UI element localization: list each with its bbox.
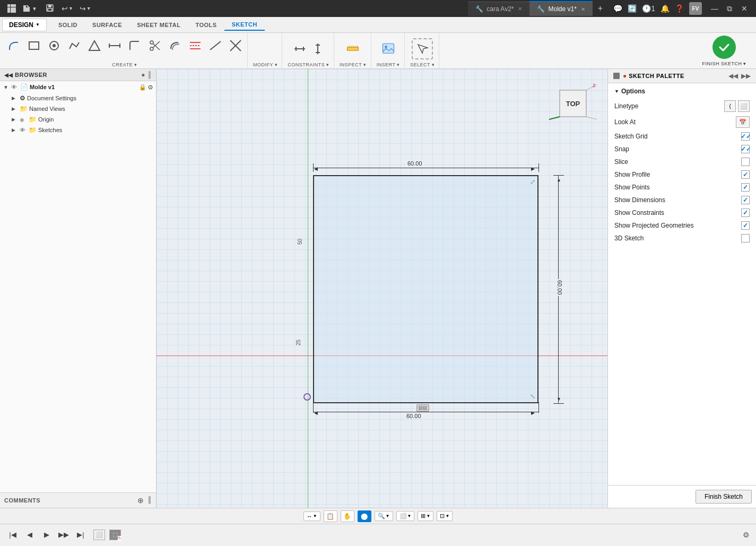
linetype-btn2[interactable]: ⬜ bbox=[738, 100, 750, 112]
help-icon[interactable]: ❓ bbox=[675, 4, 684, 13]
palette-collapse-btn[interactable]: ◀◀ bbox=[728, 72, 738, 80]
create-trim-btn[interactable] bbox=[186, 34, 205, 57]
comments-collapse-btn[interactable]: ║ bbox=[147, 496, 152, 505]
bell-icon[interactable]: 🔔 bbox=[661, 4, 670, 13]
browser-item-sketches[interactable]: ▶ 👁 📁 Sketches bbox=[0, 125, 156, 135]
show-dimensions-checkbox[interactable]: ✓ bbox=[741, 196, 750, 204]
prev-btn[interactable]: ◀ bbox=[23, 528, 36, 541]
eye-icon-molde[interactable]: 👁 bbox=[11, 84, 19, 90]
browser-pin-btn[interactable]: ● bbox=[141, 71, 145, 79]
minimize-btn[interactable]: — bbox=[707, 1, 722, 16]
chat-icon[interactable]: 💬 bbox=[613, 4, 622, 13]
tab-solid[interactable]: SOLID bbox=[51, 20, 85, 30]
slice-checkbox[interactable] bbox=[741, 158, 750, 166]
tab-tools[interactable]: TOOLS bbox=[188, 20, 224, 30]
tab-sketch[interactable]: SKETCH bbox=[224, 19, 265, 31]
refresh-icon[interactable]: 🔄 bbox=[628, 4, 637, 13]
file-btn[interactable]: ▼ bbox=[19, 3, 40, 14]
create-cross-btn[interactable] bbox=[226, 34, 245, 57]
clock-icon[interactable]: 🕐1 bbox=[642, 4, 655, 13]
tab-surface[interactable]: SURFACE bbox=[85, 20, 129, 30]
settings-icon[interactable]: ⚙ bbox=[743, 531, 750, 539]
modify-label[interactable]: MODIFY ▾ bbox=[253, 62, 277, 67]
options-title[interactable]: ▼ Options bbox=[614, 88, 750, 95]
select-btn[interactable] bbox=[412, 38, 433, 59]
linetype-btn1[interactable]: ⟨ bbox=[724, 100, 736, 112]
palette-expand-btn[interactable]: ▶▶ bbox=[741, 72, 751, 80]
constraint-horiz-btn[interactable] bbox=[291, 38, 308, 59]
corner-handle-tr[interactable]: ⤢ bbox=[530, 178, 535, 186]
move-btn[interactable]: ↔▼ bbox=[303, 512, 320, 521]
show-profile-checkbox[interactable]: ✓ bbox=[741, 170, 750, 179]
play-btn[interactable]: ▶ bbox=[40, 528, 53, 541]
display-btn[interactable]: ⬜▼ bbox=[396, 511, 415, 521]
viewport-btn[interactable]: ⊡▼ bbox=[437, 511, 453, 521]
corner-handle-br[interactable]: ⤡ bbox=[530, 393, 535, 400]
save-btn[interactable] bbox=[42, 3, 57, 15]
zoom-btn[interactable]: 🔍▼ bbox=[375, 511, 393, 521]
finish-sketch-btn[interactable]: FINISH SKETCH ▾ bbox=[694, 33, 754, 68]
insert-label[interactable]: INSERT ▾ bbox=[377, 62, 400, 67]
browser-collapse-icon[interactable]: ◀◀ bbox=[4, 72, 13, 78]
lookat-btn[interactable]: 📅 bbox=[736, 116, 750, 128]
browser-expand-btn[interactable]: ║ bbox=[147, 71, 152, 79]
create-circle-btn[interactable] bbox=[45, 34, 64, 57]
new-tab-btn[interactable]: + bbox=[593, 4, 608, 13]
tab-molde[interactable]: 🔧 Molde v1* ✕ bbox=[529, 1, 592, 16]
show-projected-checkbox[interactable]: ✓ bbox=[741, 221, 750, 230]
next-btn[interactable]: ▶▶ bbox=[57, 528, 70, 541]
frame-icon1[interactable]: ⬜ bbox=[93, 530, 105, 540]
create-arc-btn[interactable] bbox=[4, 34, 23, 57]
view-cube[interactable]: TOP Z bbox=[549, 80, 597, 127]
copy-btn[interactable]: 📋 bbox=[324, 510, 337, 522]
frame-icon2[interactable]: ⬚ ✎ bbox=[109, 530, 121, 540]
browser-item-named-views[interactable]: ▶ 📁 Named Views bbox=[0, 103, 156, 114]
molde-extra2[interactable]: ⊙ bbox=[148, 84, 153, 91]
select-label[interactable]: SELECT ▾ bbox=[410, 62, 435, 67]
3d-sketch-checkbox[interactable] bbox=[741, 234, 750, 242]
create-line2-btn[interactable] bbox=[206, 34, 225, 57]
close-btn[interactable]: ✕ bbox=[737, 1, 752, 16]
create-triangle-btn[interactable] bbox=[85, 34, 104, 57]
molde-extra1[interactable]: 🔒 bbox=[139, 84, 146, 91]
redo-btn[interactable]: ↪▼ bbox=[77, 3, 93, 14]
tab-cara[interactable]: 🔧 cara Av2* ✕ bbox=[468, 2, 529, 16]
undo-btn[interactable]: ↩▼ bbox=[59, 3, 75, 14]
origin-eye[interactable]: ◉ bbox=[20, 117, 27, 123]
app-grid-btn[interactable] bbox=[4, 1, 19, 16]
pan-btn[interactable]: ✋ bbox=[341, 510, 354, 522]
palette-finish-sketch-btn[interactable]: Finish Sketch bbox=[696, 490, 752, 504]
create-polyline-btn[interactable] bbox=[65, 34, 84, 57]
inspect-label[interactable]: INSPECT ▾ bbox=[340, 62, 367, 67]
constraints-label[interactable]: CONSTRAINTS ▾ bbox=[288, 62, 329, 67]
insert-image-btn[interactable] bbox=[378, 38, 399, 59]
create-offset-btn[interactable] bbox=[166, 34, 185, 57]
go-end-btn[interactable]: ▶| bbox=[74, 528, 87, 541]
tab-molde-close[interactable]: ✕ bbox=[581, 6, 585, 12]
create-rect-btn[interactable] bbox=[24, 34, 44, 57]
create-line-btn[interactable] bbox=[105, 34, 124, 57]
constraint-vert-btn[interactable] bbox=[309, 38, 326, 59]
create-label[interactable]: CREATE ▾ bbox=[112, 62, 137, 67]
create-fillet-btn[interactable] bbox=[125, 34, 144, 57]
snap-checkbox[interactable]: ✓ bbox=[741, 145, 750, 153]
sketch-grid-checkbox[interactable]: ✓ bbox=[741, 132, 750, 141]
sketches-eye[interactable]: 👁 bbox=[20, 127, 27, 133]
inspect-measure-btn[interactable] bbox=[342, 38, 363, 59]
show-points-checkbox[interactable]: ✓ bbox=[741, 183, 750, 192]
tab-cara-close[interactable]: ✕ bbox=[518, 6, 522, 12]
zoom-select-btn[interactable]: ⬤ bbox=[358, 510, 371, 522]
maximize-btn[interactable]: ⧉ bbox=[722, 1, 737, 16]
browser-item-molde[interactable]: ▼ 👁 📄 Molde v1 🔒 ⊙ bbox=[0, 81, 156, 93]
go-start-btn[interactable]: |◀ bbox=[6, 528, 19, 541]
design-dropdown[interactable]: DESIGN ▼ bbox=[2, 19, 47, 31]
tab-sheet-metal[interactable]: SHEET METAL bbox=[129, 20, 188, 30]
user-avatar[interactable]: FV bbox=[689, 2, 702, 15]
show-constraints-checkbox[interactable]: ✓ bbox=[741, 209, 750, 217]
browser-item-origin[interactable]: ▶ ◉ 📁 Origin bbox=[0, 114, 156, 125]
add-comment-btn[interactable]: ⊕ bbox=[137, 496, 144, 505]
canvas-area[interactable]: ⤢ ⤡ ⊟⊟ 60.00 ◀ ▶ 60.00 ◀ ▶ 60.00 bbox=[157, 69, 607, 508]
grid-btn[interactable]: ⊞▼ bbox=[418, 511, 433, 521]
browser-item-doc-settings[interactable]: ▶ ⚙ Document Settings bbox=[0, 93, 156, 103]
create-cut-btn[interactable] bbox=[145, 34, 164, 57]
